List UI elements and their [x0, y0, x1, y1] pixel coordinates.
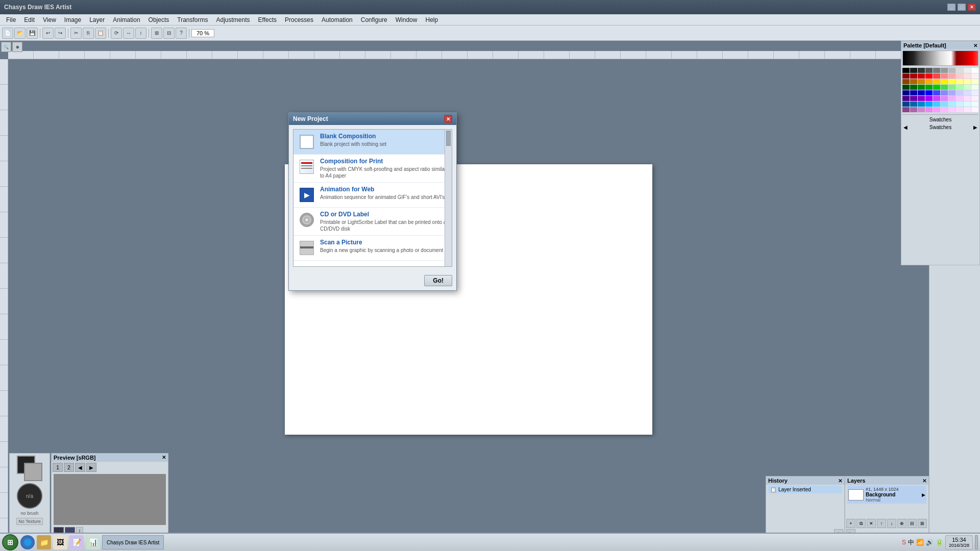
flip-h-btn[interactable]: ↔ — [123, 28, 134, 39]
palette-color-swatch[interactable] — [902, 102, 910, 107]
taskbar-icon-4[interactable]: 📊 — [86, 535, 100, 549]
layer-arrow[interactable]: ▶ — [922, 492, 925, 497]
palette-color-swatch[interactable] — [910, 107, 917, 112]
paste-btn[interactable]: 📋 — [95, 28, 106, 39]
palette-color-swatch[interactable] — [918, 73, 925, 79]
save-btn[interactable]: 💾 — [27, 28, 38, 39]
palette-color-swatch[interactable] — [910, 90, 917, 95]
menu-window[interactable]: Window — [391, 15, 422, 24]
menu-help[interactable]: Help — [421, 15, 442, 24]
palette-color-swatch[interactable] — [925, 90, 933, 95]
menu-configure[interactable]: Configure — [357, 15, 391, 24]
palette-color-swatch[interactable] — [971, 96, 978, 101]
menu-view[interactable]: View — [39, 15, 60, 24]
start-button[interactable]: ⊞ — [2, 534, 18, 550]
menu-processes[interactable]: Processes — [281, 15, 317, 24]
palette-color-swatch[interactable] — [910, 68, 917, 73]
taskbar-icon-3[interactable]: 📝 — [69, 535, 84, 549]
close-button[interactable]: ✕ — [968, 4, 976, 11]
menu-animation[interactable]: Animation — [109, 15, 144, 24]
preview-arrows2[interactable]: ▶ — [86, 463, 96, 472]
palette-color-swatch[interactable] — [918, 79, 925, 84]
system-clock[interactable]: 15:34 2016/3/28 — [945, 535, 973, 549]
palette-color-swatch[interactable] — [933, 85, 940, 90]
history-item-layer[interactable]: 📋 Layer Inserted — [768, 486, 842, 493]
palette-color-swatch[interactable] — [925, 79, 933, 84]
palette-color-swatch[interactable] — [933, 73, 940, 79]
palette-color-swatch[interactable] — [933, 96, 940, 101]
scrollbar-thumb[interactable] — [446, 131, 451, 146]
palette-color-swatch[interactable] — [956, 68, 963, 73]
taskbar-files[interactable]: 📁 — [37, 535, 51, 549]
palette-color-swatch[interactable] — [902, 90, 910, 95]
palette-color-swatch[interactable] — [902, 85, 910, 90]
navigator-icon[interactable]: 🔍 — [1, 42, 11, 52]
palette-close[interactable]: ✕ — [973, 43, 977, 48]
palette-color-swatch[interactable] — [948, 96, 955, 101]
palette-color-swatch[interactable] — [971, 85, 978, 90]
palette-next[interactable]: ▶ — [973, 124, 977, 130]
layer-link-btn[interactable]: ⊕ — [897, 519, 906, 528]
layer-merge-btn[interactable]: ⊟ — [908, 519, 917, 528]
palette-color-swatch[interactable] — [941, 107, 948, 112]
preview-tab-1[interactable]: 1 — [53, 463, 63, 472]
menu-layer[interactable]: Layer — [85, 15, 109, 24]
palette-color-swatch[interactable] — [948, 73, 955, 79]
palette-color-swatch[interactable] — [956, 73, 963, 79]
palette-color-swatch[interactable] — [964, 102, 971, 107]
palette-color-swatch[interactable] — [971, 73, 978, 79]
palette-color-swatch[interactable] — [948, 107, 955, 112]
palette-color-swatch[interactable] — [964, 68, 971, 73]
palette-color-swatch[interactable] — [956, 96, 963, 101]
tray-icon-2[interactable]: 中 — [908, 538, 914, 547]
palette-color-swatch[interactable] — [971, 68, 978, 73]
palette-color-swatch[interactable] — [925, 102, 933, 107]
palette-color-swatch[interactable] — [902, 68, 910, 73]
palette-color-swatch[interactable] — [925, 107, 933, 112]
undo-btn[interactable]: ↩ — [42, 28, 54, 39]
bg-color[interactable] — [24, 463, 42, 481]
palette-color-swatch[interactable] — [964, 107, 971, 112]
new-project-dialog[interactable]: New Project ✕ Blank Composition Blank pr… — [288, 112, 457, 291]
palette-color-swatch[interactable] — [964, 73, 971, 79]
layer-item-background[interactable]: #1, 1448 x 1024 Background Normal ▶ — [847, 486, 926, 504]
palette-color-swatch[interactable] — [941, 79, 948, 84]
palette-color-swatch[interactable] — [902, 79, 910, 84]
palette-color-swatch[interactable] — [933, 79, 940, 84]
palette-color-swatch[interactable] — [933, 90, 940, 95]
palette-color-swatch[interactable] — [941, 90, 948, 95]
show-desktop[interactable] — [975, 535, 978, 549]
palette-color-swatch[interactable] — [910, 73, 917, 79]
menu-automation[interactable]: Automation — [317, 15, 357, 24]
flip-v-btn[interactable]: ↕ — [135, 28, 146, 39]
palette-color-swatch[interactable] — [918, 102, 925, 107]
palette-color-swatch[interactable] — [956, 102, 963, 107]
layer-dup-btn[interactable]: ⧉ — [856, 519, 866, 528]
help-btn[interactable]: ? — [176, 28, 187, 39]
layer-down-btn[interactable]: ↓ — [887, 519, 896, 528]
grid2-btn[interactable]: ⊟ — [163, 28, 175, 39]
palette-color-swatch[interactable] — [918, 90, 925, 95]
palette-color-swatch[interactable] — [925, 73, 933, 79]
preview-arrows[interactable]: ◀ — [75, 463, 85, 472]
palette-prev[interactable]: ◀ — [903, 124, 908, 130]
palette-color-swatch[interactable] — [956, 79, 963, 84]
palette-color-swatch[interactable] — [933, 107, 940, 112]
tray-volume[interactable]: 🔊 — [926, 539, 934, 546]
cut-btn[interactable]: ✂ — [70, 28, 82, 39]
layer-up-btn[interactable]: ↑ — [877, 519, 886, 528]
palette-color-swatch[interactable] — [910, 79, 917, 84]
menu-file[interactable]: File — [2, 15, 20, 24]
palette-color-swatch[interactable] — [933, 102, 940, 107]
palette-color-swatch[interactable] — [964, 90, 971, 95]
zoom-box[interactable]: 70 % — [191, 29, 214, 37]
palette-color-swatch[interactable] — [941, 68, 948, 73]
menu-transforms[interactable]: Transforms — [173, 15, 212, 24]
project-item-cd[interactable]: CD or DVD Label Printable or LightScribe… — [293, 208, 452, 236]
palette-color-swatch[interactable] — [941, 102, 948, 107]
dialog-close-button[interactable]: ✕ — [444, 115, 452, 123]
preview-tab-2[interactable]: 2 — [64, 463, 74, 472]
palette-color-swatch[interactable] — [902, 107, 910, 112]
palette-color-swatch[interactable] — [956, 107, 963, 112]
palette-color-swatch[interactable] — [925, 85, 933, 90]
